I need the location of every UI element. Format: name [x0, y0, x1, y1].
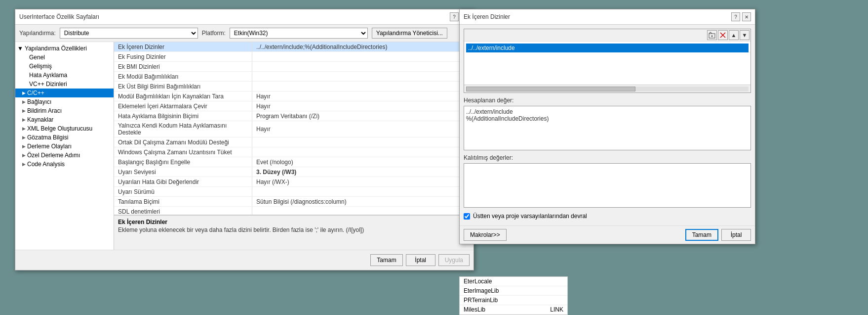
ok-button[interactable]: Tamam	[370, 254, 402, 266]
include-list-items: ../../extern/include	[464, 42, 750, 85]
tree-item-kaynaklar[interactable]: ▶ Kaynaklar	[15, 115, 114, 124]
apply-button[interactable]: Uygula	[438, 254, 470, 266]
new-folder-icon[interactable]	[707, 30, 717, 40]
move-down-icon[interactable]: ▼	[740, 30, 750, 40]
prop-name-5: Modül Bağımlılıkları İçin Kaynakları Tar…	[114, 91, 252, 101]
bg-list-item-1[interactable]: EterImageLib	[460, 286, 567, 296]
platform-select[interactable]: Etkin(Win32)	[230, 28, 368, 39]
prop-row-11[interactable]: Başlangıç Başlığını Engelle Evet (/nolog…	[114, 157, 473, 167]
prop-value-6: Hayır	[252, 101, 473, 111]
prop-row-2[interactable]: Ek BMI Dizinleri	[114, 62, 473, 72]
prop-row-15[interactable]: Tanılama Biçimi Sütun Bilgisi (/diagnost…	[114, 197, 473, 207]
main-dialog-title: UserInterface Özellik Sayfaları	[19, 13, 99, 20]
prop-name-14: Uyarı Sürümü	[114, 187, 252, 196]
props-table: Ek İçeren Dizinler ../../extern/include;…	[114, 42, 473, 215]
second-ok-button[interactable]: Tamam	[685, 229, 718, 241]
main-dialog-titlebar: UserInterface Özellik Sayfaları ? ✕	[15, 9, 473, 25]
inherit-label: Üstten veya proje varsayılanlarından dev…	[473, 213, 587, 220]
prop-value-9	[252, 137, 473, 147]
prop-value-12: 3. Düzey (/W3)	[252, 167, 473, 177]
tree-item-hata-ayiklama[interactable]: Hata Ayıklama	[15, 71, 114, 80]
tree-item-gozatma[interactable]: ▶ Gözatma Bilgisi	[15, 133, 114, 142]
inherited-label: Kalıtılmış değerler:	[464, 153, 751, 162]
inherit-checkbox[interactable]	[464, 213, 470, 220]
prop-value-15: Sütun Bilgisi (/diagnostics:column)	[252, 197, 473, 206]
second-help-button[interactable]: ?	[731, 12, 740, 21]
prop-value-11: Evet (/nologo)	[252, 157, 473, 167]
prop-value-1	[252, 52, 473, 61]
background-list: EterLocale EterImageLib PRTerrainLib Mil…	[459, 276, 568, 315]
prop-row-14[interactable]: Uyarı Sürümü	[114, 187, 473, 197]
checkbox-row: Üstten veya proje varsayılanlarından dev…	[464, 211, 751, 222]
prop-value-5: Hayır	[252, 91, 473, 101]
delete-icon[interactable]	[718, 30, 728, 40]
prop-value-8: Hayır	[252, 121, 473, 137]
prop-row-13[interactable]: Uyarıları Hata Gibi Değerlendir Hayır (/…	[114, 177, 473, 187]
prop-row-16[interactable]: SDL denetimleri	[114, 207, 473, 215]
prop-name-2: Ek BMI Dizinleri	[114, 62, 252, 71]
main-dialog-buttons: Tamam İptal Uygula	[15, 250, 473, 270]
prop-row-12[interactable]: Uyarı Seviyesi 3. Düzey (/W3)	[114, 167, 473, 177]
prop-row-8[interactable]: Yalnızca Kendi Kodum Hata Ayıklamasını D…	[114, 121, 473, 137]
prop-row-9[interactable]: Ortak Dil Çalışma Zamanı Modülü Desteği	[114, 137, 473, 147]
second-dialog-buttons: Makrolar>> Tamam İptal	[460, 225, 755, 244]
prop-name-9: Ortak Dil Çalışma Zamanı Modülü Desteği	[114, 137, 252, 147]
inherited-section: Kalıtılmış değerler:	[464, 153, 751, 208]
tree-item-baglayici[interactable]: ▶ Bağlayıcı	[15, 97, 114, 106]
second-cancel-button[interactable]: İptal	[721, 229, 751, 241]
tree-root[interactable]: ▼ Yapılandırma Özellikleri	[15, 44, 114, 53]
config-manager-button[interactable]: Yapılandırma Yöneticisi...	[372, 28, 447, 39]
computed-section: Hesaplanan değer: ../../extern/include %…	[464, 96, 751, 150]
tree-item-derleme[interactable]: ▶ Derleme Olayları	[15, 142, 114, 151]
bg-list-label-3: MilesLib	[464, 306, 485, 313]
prop-row-3[interactable]: Ek Modül Bağımlılıkları	[114, 72, 473, 82]
prop-name-0: Ek İçeren Dizinler	[114, 42, 252, 51]
help-button[interactable]: ?	[450, 12, 459, 21]
second-dialog-content: ▲ ▼ ../../extern/include Hesaplanan değe…	[460, 25, 755, 225]
prop-row-0[interactable]: Ek İçeren Dizinler ../../extern/include;…	[114, 42, 473, 52]
macros-button[interactable]: Makrolar>>	[464, 229, 507, 241]
horizontal-scrollbar[interactable]	[464, 85, 750, 92]
cancel-button[interactable]: İptal	[406, 254, 435, 266]
bg-list-item-3[interactable]: MilesLib LINK	[460, 305, 567, 315]
platform-label: Platform:	[202, 30, 226, 37]
prop-name-15: Tanılama Biçimi	[114, 197, 252, 206]
tree-item-vc-dizinleri[interactable]: VC++ Dizinleri	[15, 80, 114, 89]
second-dialog-title: Ek İçeren Dizinler	[464, 13, 510, 20]
prop-value-0: ../../extern/include;%(AdditionalInclude…	[252, 42, 473, 51]
prop-name-8: Yalnızca Kendi Kodum Hata Ayıklamasını D…	[114, 121, 252, 137]
tree-item-bildirim[interactable]: ▶ Bildirim Aracı	[15, 106, 114, 115]
prop-row-1[interactable]: Ek Fusing Dizinler	[114, 52, 473, 62]
tree-item-xml[interactable]: ▶ XML Belge Oluşturucusu	[15, 124, 114, 133]
hscroll-track	[466, 87, 749, 91]
tree-item-gelismis[interactable]: Gelişmiş	[15, 62, 114, 71]
prop-value-3	[252, 72, 473, 81]
tree-item-code-analysis[interactable]: ▶ Code Analysis	[15, 160, 114, 169]
second-close-button[interactable]: ✕	[742, 12, 751, 21]
main-content: ▼ Yapılandırma Özellikleri Genel Gelişmi…	[15, 42, 473, 250]
config-select[interactable]: Distribute	[60, 28, 198, 39]
second-dialog: Ek İçeren Dizinler ? ✕ ▲ ▼ ../../extern/…	[459, 9, 755, 244]
bg-list-item-2[interactable]: PRTerrainLib	[460, 296, 567, 305]
include-list-item-0[interactable]: ../../extern/include	[466, 44, 749, 52]
move-up-icon[interactable]: ▲	[729, 30, 739, 40]
prop-value-16	[252, 207, 473, 215]
props-panel: Ek İçeren Dizinler ../../extern/include;…	[114, 42, 473, 250]
prop-name-3: Ek Modül Bağımlılıkları	[114, 72, 252, 81]
prop-name-1: Ek Fusing Dizinler	[114, 52, 252, 61]
tree-item-ozel[interactable]: ▶ Özel Derleme Adımı	[15, 151, 114, 160]
prop-row-6[interactable]: Eklemeleri İçeri Aktarmalara Çevir Hayır	[114, 101, 473, 111]
prop-row-5[interactable]: Modül Bağımlılıkları İçin Kaynakları Tar…	[114, 91, 473, 101]
prop-row-10[interactable]: Windows Çalışma Zamanı Uzantısını Tüket	[114, 147, 473, 157]
prop-row-7[interactable]: Hata Ayıklama Bilgisinin Biçimi Program …	[114, 111, 473, 121]
prop-row-4[interactable]: Ek Üst Bilgi Birimi Bağımlılıkları	[114, 82, 473, 91]
prop-name-6: Eklemeleri İçeri Aktarmalara Çevir	[114, 101, 252, 111]
prop-name-10: Windows Çalışma Zamanı Uzantısını Tüket	[114, 147, 252, 157]
bg-list-item-0[interactable]: EterLocale	[460, 277, 567, 286]
tree-item-genel[interactable]: Genel	[15, 53, 114, 62]
prop-value-14	[252, 187, 473, 196]
prop-name-7: Hata Ayıklama Bilgisinin Biçimi	[114, 111, 252, 121]
tree-item-cpp[interactable]: ▶ C/C++	[15, 89, 114, 97]
config-label: Yapılandırma:	[19, 30, 56, 37]
main-dialog: UserInterface Özellik Sayfaları ? ✕ Yapı…	[15, 9, 474, 270]
